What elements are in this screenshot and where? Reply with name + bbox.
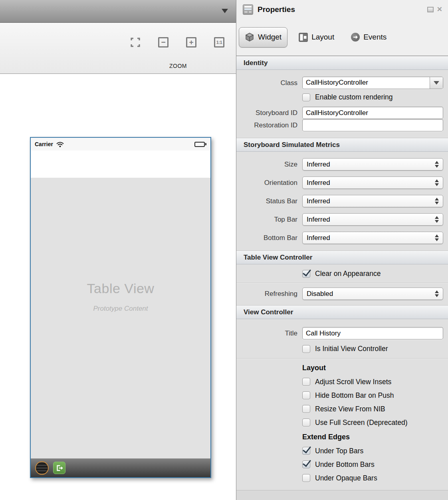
enable-custom-rendering-checkbox[interactable] — [302, 93, 310, 101]
restoration-id-field[interactable] — [302, 119, 443, 131]
top-bar-label: Top Bar — [236, 216, 297, 224]
size-popup[interactable]: Inferred — [302, 158, 443, 171]
under-bottom-bars-checkbox[interactable] — [302, 460, 310, 468]
exit-segue-icon[interactable] — [53, 462, 65, 474]
one-to-one-icon: 1:1 — [214, 37, 224, 48]
tab-widget[interactable]: Widget — [239, 27, 287, 48]
cube-icon — [245, 32, 254, 42]
tab-events[interactable]: Events — [345, 27, 392, 48]
refreshing-row: Refreshing Disabled — [236, 283, 448, 305]
top-bar-popup[interactable]: Inferred — [302, 213, 443, 226]
storyboard-id-field[interactable] — [302, 107, 443, 119]
close-panel-icon[interactable]: ✕ — [437, 6, 442, 13]
title-label: Title — [236, 329, 297, 337]
panel-title: Properties — [258, 5, 295, 14]
clear-on-appearance-checkbox[interactable] — [302, 270, 310, 278]
metrics-section: Size Inferred Orientation Inferred Statu… — [236, 152, 448, 250]
empty-nav-area — [31, 151, 210, 178]
zoom-out-icon: − — [158, 37, 168, 48]
zoom-toolbar-label: ZOOM — [162, 63, 194, 69]
is-initial-view-controller-row: Is Initial View Controller — [302, 345, 448, 353]
app-window: − + 1:1 ZOOM Carrier — [0, 0, 448, 500]
class-label: Class — [236, 79, 297, 87]
bottom-bar-popup[interactable]: Inferred — [302, 232, 443, 244]
section-header-table-view-controller: Table View Controller — [236, 250, 448, 264]
class-dropdown-button[interactable] — [430, 77, 443, 89]
tab-widget-label: Widget — [258, 33, 281, 42]
status-bar-label: Status Bar — [236, 197, 297, 205]
size-label: Size — [236, 161, 297, 169]
orientation-popup[interactable]: Inferred — [302, 177, 443, 189]
battery-body — [194, 142, 205, 147]
zoom-toolbar: − + 1:1 ZOOM — [0, 23, 236, 74]
zoom-out-button[interactable]: − — [157, 36, 169, 48]
adjust-scroll-view-insets-label: Adjust Scroll View Insets — [315, 378, 391, 386]
carrier-label: Carrier — [35, 141, 53, 147]
wifi-icon — [56, 142, 64, 147]
orientation-row: Orientation Inferred — [236, 177, 448, 189]
battery-icon — [194, 142, 206, 147]
under-top-bars-row: Under Top Bars — [302, 446, 443, 456]
resize-view-from-nib-label: Resize View From NIB — [315, 405, 385, 413]
fit-corners-icon — [130, 37, 141, 48]
section-header-view-controller: View Controller — [236, 305, 448, 319]
use-full-screen-label: Use Full Screen (Deprecated) — [315, 419, 407, 427]
prototype-content-label: Prototype Content — [93, 305, 148, 313]
stepper-icon — [435, 179, 439, 186]
table-view-placeholder[interactable]: Table View Prototype Content — [31, 178, 210, 458]
status-bar-popup[interactable]: Inferred — [302, 195, 443, 207]
table-view-placeholder-title: Table View — [87, 281, 155, 296]
hide-bottom-bar-on-push-checkbox[interactable] — [302, 391, 310, 399]
properties-panel: Properties ✕ Widget — [236, 0, 448, 500]
is-initial-view-controller-checkbox[interactable] — [302, 345, 310, 353]
under-top-bars-checkbox[interactable] — [302, 447, 310, 455]
under-opaque-bars-label: Under Opaque Bars — [315, 474, 377, 482]
under-opaque-bars-checkbox[interactable] — [302, 474, 310, 482]
title-field[interactable] — [302, 327, 443, 339]
simulated-status-bar: Carrier — [31, 138, 210, 151]
class-value: CallHistoryController — [303, 77, 430, 89]
chevron-down-icon[interactable] — [222, 9, 228, 13]
float-panel-icon[interactable] — [427, 7, 434, 12]
adjust-scroll-view-insets-row: Adjust Scroll View Insets — [302, 377, 443, 387]
enable-custom-rendering-label: Enable custom rendering — [315, 93, 393, 101]
layout-group-heading: Layout — [302, 364, 443, 372]
zoom-fit-button[interactable] — [129, 36, 141, 48]
refreshing-popup[interactable]: Disabled — [302, 288, 443, 300]
adjust-scroll-view-insets-checkbox[interactable] — [302, 378, 310, 386]
tab-events-label: Events — [363, 33, 387, 42]
is-initial-view-controller-label: Is Initial View Controller — [315, 345, 388, 353]
use-full-screen-row: Use Full Screen (Deprecated) — [302, 418, 443, 427]
view-controller-section: Title Is Initial View Controller — [236, 319, 448, 358]
properties-panel-header: Properties ✕ — [236, 0, 448, 19]
resize-view-from-nib-checkbox[interactable] — [302, 405, 310, 413]
stepper-icon — [435, 198, 439, 204]
resize-view-from-nib-row: Resize View From NIB — [302, 404, 443, 414]
stepper-icon — [435, 161, 439, 168]
inspector-tab-bar: Widget Layout Events — [236, 19, 448, 56]
hide-bottom-bar-on-push-label: Hide Bottom Bar on Push — [315, 391, 394, 400]
storyboard-id-label: Storyboard ID — [236, 109, 297, 117]
table-view-controller-icon[interactable] — [35, 461, 49, 475]
table-view-controller-scene[interactable]: Carrier Table View — [30, 137, 211, 478]
design-canvas[interactable]: Carrier Table View — [0, 74, 236, 500]
section-header-metrics: Storyboard Simulated Metrics — [236, 138, 448, 152]
section-header-identity: Identity — [236, 56, 448, 70]
battery-tip — [205, 143, 206, 145]
chevron-down-icon — [434, 81, 439, 85]
orientation-label: Orientation — [236, 179, 297, 187]
zoom-in-button[interactable]: + — [185, 36, 197, 48]
tab-layout[interactable]: Layout — [293, 27, 340, 48]
canvas-titlebar — [0, 0, 236, 23]
size-row: Size Inferred — [236, 158, 448, 171]
zoom-in-icon: + — [186, 37, 196, 48]
use-full-screen-checkbox[interactable] — [302, 419, 310, 427]
status-bar-row: Status Bar Inferred — [236, 195, 448, 207]
bottom-bar-label: Bottom Bar — [236, 234, 297, 242]
zoom-actual-size-button[interactable]: 1:1 — [213, 36, 225, 48]
clear-on-appearance-label: Clear on Appearance — [315, 270, 381, 278]
scene-dock — [31, 458, 210, 477]
tab-layout-label: Layout — [311, 33, 334, 42]
class-combobox[interactable]: CallHistoryController — [302, 77, 443, 89]
stepper-icon — [435, 290, 439, 297]
